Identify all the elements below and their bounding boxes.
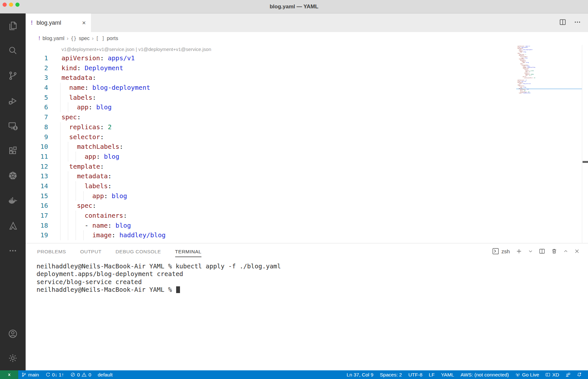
code-text: - name: blog <box>61 221 131 231</box>
indent-guide <box>60 83 61 93</box>
activity-source-control-icon[interactable] <box>5 68 20 83</box>
panel-tab-output[interactable]: OUTPUT <box>80 243 102 260</box>
indent-guide <box>76 191 76 201</box>
activity-kubernetes-icon[interactable] <box>5 168 20 183</box>
breadcrumb: !blog.yaml›{}spec›[ ]ports <box>26 32 588 45</box>
close-window-button[interactable] <box>3 3 7 7</box>
activity-run-debug-icon[interactable] <box>5 93 20 108</box>
code-text: name: blog-deployment <box>61 83 150 93</box>
maximize-panel-button[interactable] <box>563 249 568 255</box>
terminal-line: deployment.apps/blog-deployment created <box>37 270 588 278</box>
code-line[interactable]: 10 matchLabels: <box>26 142 588 152</box>
line-number: 19 <box>26 230 48 240</box>
code-line[interactable]: 6 app: blog <box>26 102 588 112</box>
code-line[interactable]: 18 - name: blog <box>26 221 588 231</box>
zoom-window-button[interactable] <box>15 3 20 7</box>
indent-guide <box>60 93 61 103</box>
minimize-window-button[interactable] <box>9 3 13 7</box>
code-text: metadata: <box>61 171 112 181</box>
terminal-output[interactable]: neilhaddley@Neils-MacBook-Air YAML % kub… <box>26 260 588 370</box>
breadcrumb-item[interactable]: ports <box>107 36 118 41</box>
activity-extensions-icon[interactable] <box>5 143 20 158</box>
terminal-dropdown-button[interactable] <box>528 249 533 255</box>
code-text: app: blog <box>61 102 112 112</box>
panel-tab-problems[interactable]: PROBLEMS <box>37 243 66 260</box>
indent-guide <box>68 230 68 240</box>
statusbar-feedback[interactable] <box>562 370 574 379</box>
code-line[interactable]: 14 labels: <box>26 181 588 191</box>
statusbar-xd[interactable]: XD <box>542 370 562 379</box>
activity-docker-icon[interactable] <box>5 193 20 208</box>
line-number: 9 <box>26 132 48 142</box>
statusbar-git-branch[interactable]: main <box>18 370 42 379</box>
code-line[interactable]: 12 template: <box>26 162 588 172</box>
activity-remote-explorer-icon[interactable] <box>5 118 20 133</box>
statusbar-problems[interactable]: 00 <box>67 370 94 379</box>
code-line[interactable]: 15 app: blog <box>26 191 588 201</box>
code-line[interactable]: 3metadata: <box>26 73 588 83</box>
indent-guide <box>60 201 61 211</box>
code-line[interactable]: 5 labels: <box>26 93 588 103</box>
line-number: 1 <box>26 53 48 63</box>
statusbar-go-live[interactable]: Go Live <box>512 370 542 379</box>
code-line[interactable]: 7spec: <box>26 112 588 122</box>
activity-settings-icon[interactable] <box>5 350 20 366</box>
statusbar-text: 0↓ 1↑ <box>52 372 64 378</box>
statusbar-notifications[interactable] <box>574 370 585 379</box>
editor[interactable]: v1@deployment+v1@service.json | v1@deplo… <box>26 45 588 243</box>
statusbar-task-default[interactable]: default <box>94 370 116 379</box>
code-line[interactable]: 1apiVersion: apps/v1 <box>26 53 588 63</box>
code-text: template: <box>61 162 104 172</box>
statusbar-indentation[interactable]: Spaces: 2 <box>377 370 405 379</box>
activity-more-icon[interactable] <box>5 243 20 258</box>
indent-guide <box>76 230 76 240</box>
panel-tab-debug-console[interactable]: DEBUG CONSOLE <box>116 243 161 260</box>
line-number: 3 <box>26 73 48 83</box>
activity-azure-icon[interactable] <box>5 218 20 233</box>
code-line[interactable]: 8 replicas: 2 <box>26 122 588 132</box>
code-line[interactable]: 2kind: Deployment <box>26 63 588 73</box>
code-line[interactable]: 11 app: blog <box>26 152 588 162</box>
activity-accounts-icon[interactable] <box>5 326 20 341</box>
code-line[interactable]: 16 spec: <box>26 201 588 211</box>
statusbar-remote-indicator[interactable] <box>0 370 18 379</box>
close-panel-button[interactable] <box>574 248 580 255</box>
close-tab-icon[interactable]: × <box>82 19 86 27</box>
code-text: app: blog <box>61 152 119 162</box>
line-number: 12 <box>26 162 48 172</box>
minimap[interactable]: apiVersion: apps/v1kind: Deploymentmetad… <box>516 45 582 243</box>
indent-guide <box>60 211 61 221</box>
statusbar-text: Go Live <box>522 372 539 378</box>
statusbar-text: YAML <box>441 372 454 378</box>
breadcrumb-item[interactable]: blog.yaml <box>43 36 64 41</box>
indent-guide <box>68 221 68 231</box>
more-actions-button[interactable] <box>574 19 581 27</box>
editor-scrollbar[interactable] <box>582 45 588 243</box>
error-icon <box>70 372 75 377</box>
statusbar-encoding[interactable]: UTF-8 <box>405 370 426 379</box>
statusbar-sync-changes[interactable]: 0↓ 1↑ <box>42 370 67 379</box>
statusbar-language-mode[interactable]: YAML <box>438 370 457 379</box>
split-editor-button[interactable] <box>559 19 566 27</box>
code-line[interactable]: 17 containers: <box>26 211 588 221</box>
statusbar-text: default <box>98 372 113 378</box>
statusbar-eol[interactable]: LF <box>426 370 438 379</box>
activity-search-icon[interactable] <box>5 43 20 58</box>
code-line[interactable]: 19 image: haddley/blog <box>26 230 588 240</box>
code-line[interactable]: 4 name: blog-deployment <box>26 83 588 93</box>
statusbar-cursor-position[interactable]: Ln 37, Col 9 <box>343 370 377 379</box>
new-terminal-button[interactable] <box>516 248 522 256</box>
code-text: labels: <box>61 181 112 191</box>
code-line[interactable]: 9 selector: <box>26 132 588 142</box>
code-line[interactable]: 13 metadata: <box>26 171 588 181</box>
activity-explorer-icon[interactable] <box>5 18 20 33</box>
line-number: 10 <box>26 142 48 152</box>
shell-picker[interactable]: zsh <box>492 248 510 256</box>
panel-tab-terminal[interactable]: TERMINAL <box>175 243 201 260</box>
breadcrumb-item[interactable]: spec <box>79 36 90 41</box>
kill-terminal-button[interactable] <box>551 248 557 256</box>
tab-blog-yaml[interactable]: ! blog.yaml × <box>26 13 91 32</box>
statusbar-aws-connection[interactable]: AWS: (not connected) <box>457 370 512 379</box>
split-terminal-button[interactable] <box>539 248 545 256</box>
codelens-link[interactable]: v1@deployment+v1@service.json | v1@deplo… <box>61 45 588 53</box>
